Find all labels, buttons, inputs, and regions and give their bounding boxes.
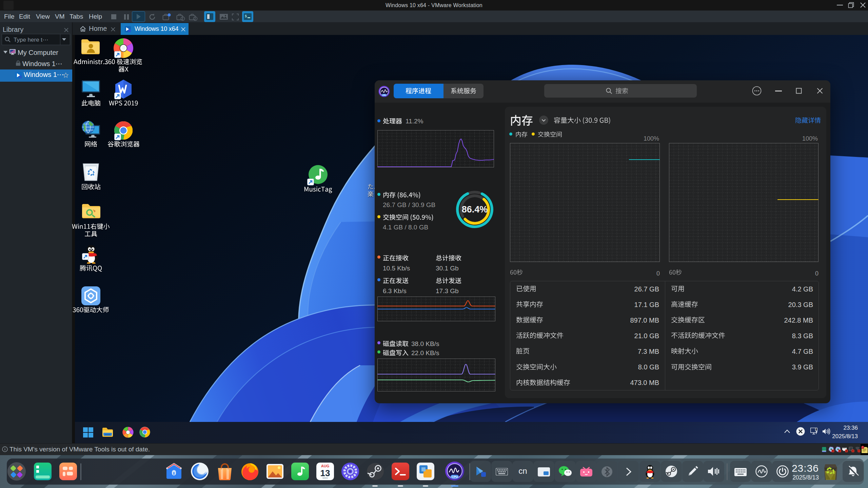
svg-text:AUG: AUG <box>321 464 329 468</box>
svg-text:$: $ <box>245 15 247 18</box>
svg-text:86.4%: 86.4% <box>462 204 488 215</box>
svg-text:WED: WED <box>322 477 328 479</box>
svg-text:CPU: CPU <box>451 475 458 479</box>
svg-text:CPU: CPU <box>382 94 386 96</box>
